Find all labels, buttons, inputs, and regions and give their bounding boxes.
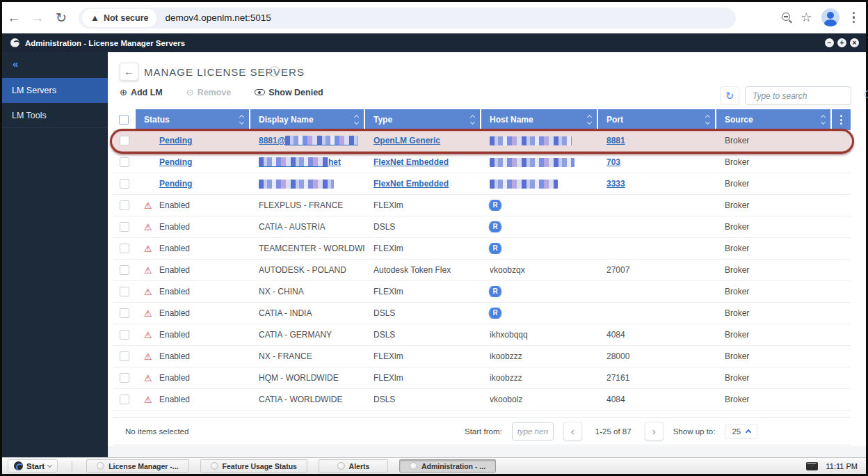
table-row[interactable]: ⚠EnabledCATIA - INDIADSLSRBroker [113, 303, 851, 324]
cell-port: 3333 [598, 179, 716, 189]
row-checkbox[interactable] [120, 351, 129, 361]
cell-host-name: ikoobzzz [481, 373, 598, 383]
next-page-button[interactable]: › [645, 422, 664, 441]
row-checkbox[interactable] [120, 330, 129, 340]
type-text[interactable]: FlexNet Embedded [373, 157, 449, 167]
source-text: Broker [725, 351, 749, 361]
back-icon[interactable]: ← [2, 10, 26, 26]
table-row[interactable]: ⚠EnabledCATIA - WORLDWIDEDSLSvkoobolz408… [113, 389, 851, 411]
select-all-checkbox[interactable] [119, 115, 129, 125]
table-header: Status Display Name Type Host Name Port … [113, 109, 851, 130]
host-name-text: ikhxobqqq [490, 330, 528, 340]
start-button[interactable]: Start [8, 459, 58, 473]
cell-host-name: R [481, 243, 598, 254]
cell-source: Broker [716, 265, 832, 275]
type-text[interactable]: FlexNet Embedded [373, 179, 449, 189]
row-checkbox[interactable] [120, 200, 129, 210]
row-checkbox[interactable] [120, 244, 129, 253]
mail-icon[interactable] [806, 462, 818, 470]
cell-host-name: vkoobzqx [481, 265, 598, 275]
row-checkbox[interactable] [120, 265, 129, 275]
start-from-input[interactable] [512, 422, 554, 441]
remove-button[interactable]: ⊙ Remove [186, 87, 232, 97]
browser-menu-icon[interactable] [849, 10, 860, 25]
row-checkbox-cell [113, 265, 136, 275]
profile-avatar[interactable] [821, 8, 839, 26]
taskbar-item-feature-usage-status[interactable]: Feature Usage Status [200, 459, 307, 473]
row-checkbox[interactable] [120, 287, 129, 296]
sidebar-item-lm-tools[interactable]: LM Tools [2, 103, 108, 128]
cell-type: FLEXlm [365, 373, 481, 383]
table-row[interactable]: ⚠EnabledFLEXPLUS - FRANCEFLEXlmRBroker [113, 195, 851, 216]
cell-display-name: FLEXPLUS - FRANCE [250, 200, 365, 210]
table-row[interactable]: Pending8881@OpenLM Generic8881Broker [113, 130, 851, 152]
taskbar-item-license-manager[interactable]: License Manager -... [86, 459, 188, 473]
security-chip[interactable]: ▲ Not secure [82, 9, 156, 27]
source-text: Broker [725, 222, 749, 232]
column-header-source[interactable]: Source [716, 109, 832, 130]
row-checkbox[interactable] [120, 308, 129, 318]
refresh-button[interactable]: ↻ [720, 86, 739, 105]
column-header-host-name[interactable]: Host Name [481, 109, 598, 130]
type-text[interactable]: OpenLM Generic [373, 136, 440, 145]
port-text[interactable]: 703 [606, 157, 620, 167]
column-header-port[interactable]: Port [598, 109, 716, 130]
table-row[interactable]: ⚠EnabledNX - FRANCEFLEXlmikoobzzz28000Br… [113, 346, 851, 367]
table-row[interactable]: ⚠EnabledCATIA - AUSTRIADSLSRBroker [113, 216, 851, 238]
show-denied-button[interactable]: Show Denied [255, 88, 323, 97]
display-name-suffix[interactable]: het [328, 157, 341, 167]
reload-icon[interactable]: ↻ [49, 10, 73, 26]
warning-icon: ⚠ [144, 265, 159, 276]
cell-display-name [250, 180, 365, 189]
row-checkbox[interactable] [120, 373, 129, 383]
row-checkbox[interactable] [120, 136, 129, 145]
status-text[interactable]: Pending [159, 179, 192, 189]
display-name-prefix[interactable]: 8881@ [259, 136, 285, 145]
column-menu-icon[interactable] [832, 109, 851, 130]
column-header-status[interactable]: Status [136, 109, 250, 130]
column-header-type[interactable]: Type [365, 109, 481, 130]
table-row[interactable]: ⚠EnabledAUTODESK - POLANDAutodesk Token … [113, 260, 851, 281]
zoom-icon[interactable] [782, 13, 791, 22]
maximize-button[interactable]: + [837, 38, 846, 47]
address-bar[interactable]: ▲ Not secure demov4.openlm.net:5015 [79, 8, 736, 29]
row-checkbox-cell [113, 200, 136, 210]
info-icon[interactable]: i [269, 66, 280, 77]
page-size-dropdown[interactable]: 25 [725, 424, 757, 439]
sidebar-item-lm-servers[interactable]: LM Servers [2, 78, 108, 103]
cell-type: FlexNet Embedded [365, 157, 481, 167]
taskbar-item-alerts[interactable]: Alerts [319, 459, 388, 473]
row-checkbox[interactable] [120, 179, 129, 189]
row-checkbox[interactable] [120, 157, 129, 167]
row-checkbox[interactable] [120, 395, 129, 404]
forward-icon[interactable]: → [26, 10, 49, 26]
url-text: demov4.openlm.net:5015 [165, 13, 271, 23]
port-text[interactable]: 3333 [606, 179, 625, 189]
add-lm-button[interactable]: ⊕ Add LM [120, 87, 163, 97]
close-button[interactable]: × [850, 38, 859, 47]
row-checkbox[interactable] [120, 222, 129, 232]
port-text[interactable]: 8881 [606, 136, 625, 145]
prev-page-button[interactable]: ‹ [563, 422, 582, 441]
status-text[interactable]: Pending [159, 157, 192, 167]
page-back-button[interactable]: ← [120, 63, 138, 81]
cell-status: ⚠Enabled [136, 351, 250, 362]
table-row[interactable]: ⚠EnabledCATIA - GERMANYDSLSikhxobqqq4084… [113, 324, 851, 346]
table-row[interactable]: ⚠EnabledTEAMCENTER - WORLDWIDEFLEXlmRBro… [113, 238, 851, 260]
row-checkbox-cell [113, 157, 136, 167]
table-row[interactable]: PendinghetFlexNet Embedded703Broker [113, 152, 851, 173]
table-row[interactable]: ⚠EnabledHQM - WORLDWIDEFLEXlmikoobzzz271… [113, 367, 851, 389]
column-header-display-name[interactable]: Display Name [250, 109, 365, 130]
cell-type: OpenLM Generic [365, 136, 481, 145]
table-row[interactable]: PendingFlexNet Embedded3333Broker [113, 173, 851, 195]
cell-port: 28000 [598, 351, 716, 361]
sidebar-collapse-icon[interactable]: « [2, 52, 108, 70]
status-text[interactable]: Pending [159, 136, 192, 145]
table-row[interactable]: ⚠EnabledNX - CHINAFLEXlmRBroker [113, 281, 851, 303]
minimize-button[interactable]: − [825, 38, 834, 47]
bookmark-star-icon[interactable]: ☆ [801, 10, 812, 25]
pagination-range: 1-25 of 87 [592, 427, 635, 436]
taskbar-item-administration[interactable]: Administration - ... [399, 459, 496, 473]
search-input[interactable] [746, 91, 865, 101]
redacted-text [259, 180, 334, 189]
